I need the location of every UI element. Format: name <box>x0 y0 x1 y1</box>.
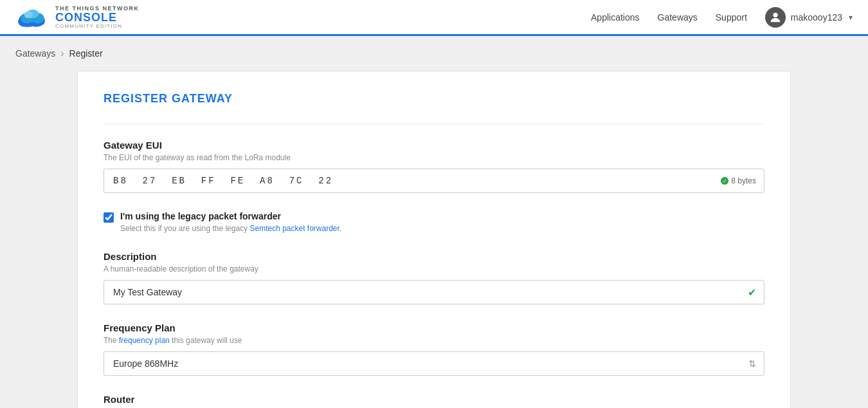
eui-valid-icon <box>721 177 728 185</box>
brand-console-label: CONSOLE <box>55 12 140 23</box>
frequency-plan-group: Frequency Plan The frequency plan this g… <box>104 322 764 376</box>
breadcrumb: Gateways › Register <box>0 36 868 71</box>
gateway-eui-group: Gateway EUI The EUI of the gateway as re… <box>104 140 764 193</box>
nav-gateways[interactable]: Gateways <box>658 12 698 23</box>
legacy-desc-suffix: . <box>339 224 341 233</box>
avatar <box>765 7 786 28</box>
svg-point-8 <box>773 12 777 17</box>
description-input-wrapper: ✔ <box>104 280 764 304</box>
checkbox-row: I'm using the legacy packet forwarder Se… <box>104 211 764 233</box>
frequency-plan-select[interactable]: Europe 868MHz US 915MHz AU 915-928MHz AS… <box>104 352 741 375</box>
username: makoooy123 <box>791 12 842 23</box>
header-left: THE THINGS NETWORK CONSOLE COMMUNITY EDI… <box>15 5 140 29</box>
router-label: Router <box>104 394 764 405</box>
gateway-eui-input[interactable] <box>104 169 764 192</box>
gateway-eui-input-wrapper: 8 bytes <box>104 169 764 193</box>
legacy-forwarder-checkbox[interactable] <box>104 212 114 223</box>
checkbox-content: I'm using the legacy packet forwarder Se… <box>120 211 341 233</box>
frequency-plan-select-wrapper: Europe 868MHz US 915MHz AU 915-928MHz AS… <box>104 351 764 376</box>
breadcrumb-gateways[interactable]: Gateways <box>15 48 55 59</box>
select-arrows-icon: ⇅ <box>741 358 764 369</box>
description-desc: A human-readable description of the gate… <box>104 264 764 274</box>
freq-desc-prefix: The <box>104 336 119 345</box>
register-gateway-form: REGISTER GATEWAY Gateway EUI The EUI of … <box>77 71 791 408</box>
router-group: Router <box>104 394 764 405</box>
legacy-forwarder-group: I'm using the legacy packet forwarder Se… <box>104 211 764 233</box>
brand-text: THE THINGS NETWORK CONSOLE COMMUNITY EDI… <box>55 5 140 29</box>
legacy-desc-prefix: Select this if you are using the legacy <box>120 224 249 233</box>
legacy-forwarder-label: I'm using the legacy packet forwarder <box>120 211 341 221</box>
description-valid-icon: ✔ <box>740 286 764 299</box>
page-title: REGISTER GATEWAY <box>104 92 764 106</box>
header-nav: Applications Gateways Support makoooy123… <box>591 7 853 28</box>
breadcrumb-separator: › <box>60 48 64 59</box>
gateway-eui-label: Gateway EUI <box>104 140 764 151</box>
svg-point-7 <box>24 11 33 18</box>
frequency-plan-link[interactable]: frequency plan <box>119 336 170 345</box>
logo: THE THINGS NETWORK CONSOLE COMMUNITY EDI… <box>15 5 140 29</box>
user-icon <box>768 10 782 24</box>
description-input[interactable] <box>104 281 740 304</box>
main-wrapper: REGISTER GATEWAY Gateway EUI The EUI of … <box>0 71 868 408</box>
description-group: Description A human-readable description… <box>104 251 764 304</box>
chevron-down-icon: ▾ <box>849 13 853 22</box>
nav-support[interactable]: Support <box>716 12 747 23</box>
freq-desc-suffix: this gateway will use <box>170 336 242 345</box>
breadcrumb-current: Register <box>69 48 103 59</box>
cloud-icon <box>15 6 50 29</box>
eui-byte-badge: 8 bytes <box>721 176 756 185</box>
header: THE THINGS NETWORK CONSOLE COMMUNITY EDI… <box>0 0 868 36</box>
description-label: Description <box>104 251 764 262</box>
brand-edition-label: COMMUNITY EDITION <box>55 23 140 29</box>
nav-applications[interactable]: Applications <box>591 12 640 23</box>
legacy-forwarder-description: Select this if you are using the legacy … <box>120 224 341 233</box>
gateway-eui-description: The EUI of the gateway as read from the … <box>104 153 764 162</box>
frequency-plan-description: The frequency plan this gateway will use <box>104 336 764 345</box>
user-menu[interactable]: makoooy123 ▾ <box>765 7 853 28</box>
eui-byte-count: 8 bytes <box>731 176 756 185</box>
semtech-link[interactable]: Semtech packet forwarder <box>249 224 339 233</box>
frequency-plan-label: Frequency Plan <box>104 322 764 333</box>
form-divider <box>104 124 764 124</box>
